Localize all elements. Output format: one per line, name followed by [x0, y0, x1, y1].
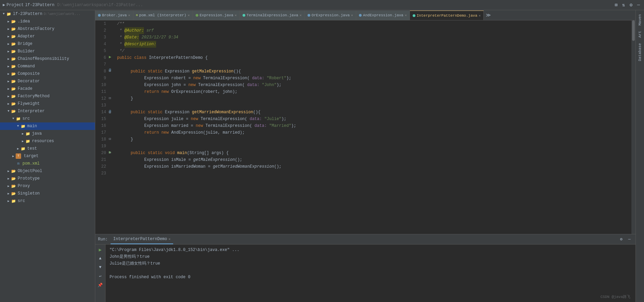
- run-label: Run:: [98, 237, 108, 242]
- or-expr-11: OrExpression(robert, john);: [171, 88, 237, 95]
- sidebar-item-proxy[interactable]: ▶ 📂 Proxy: [0, 182, 95, 190]
- right-tab-art[interactable]: Art: [637, 28, 643, 40]
- sidebar-item-target[interactable]: ▶ T target: [0, 152, 95, 160]
- gutter-bookmark-12: ◻: [109, 96, 111, 100]
- right-tab-database[interactable]: Database: [637, 40, 643, 64]
- tab-and-expression[interactable]: AndExpression.java ✕: [356, 11, 410, 20]
- src-icon: 📁: [16, 116, 21, 121]
- sidebar-item-composite[interactable]: ▶ 📂 Composite: [0, 70, 95, 78]
- pom-icon: m: [16, 161, 21, 166]
- run-output-line-1: "C:\Program Files\Java\jdk1.8.0_152\bin\…: [110, 247, 631, 253]
- str-married: "Married": [267, 122, 291, 129]
- gutter-arrow-6[interactable]: ▶: [109, 54, 111, 60]
- comment-3: *: [117, 34, 125, 41]
- project-label[interactable]: Project: [6, 3, 23, 7]
- sidebar-item-objectpool[interactable]: ▶ 📂 ObjectPool: [0, 167, 95, 175]
- semi-10: );: [277, 82, 281, 88]
- tab-or-expression[interactable]: OrExpression.java ✕: [305, 11, 356, 20]
- tab-interpreter-demo[interactable]: InterpreterPatternDemo.java ✕: [410, 11, 484, 20]
- expression-close[interactable]: ✕: [235, 13, 237, 17]
- sidebar-item-test[interactable]: ▶ 📁 test: [0, 145, 95, 152]
- sidebar-item-abstractfactory[interactable]: ▶ 📂 AbstractFactory: [0, 25, 95, 33]
- kw-public-14: public: [131, 109, 148, 116]
- type-22: Expression: [144, 163, 171, 170]
- sidebar-item-idea[interactable]: ▶ 📂 .idea: [0, 18, 95, 25]
- src-root-label: src: [18, 199, 25, 203]
- run-output: "C:\Program Files\Java\jdk1.8.0_152\bin\…: [105, 245, 635, 302]
- bridge-label: Bridge: [18, 41, 32, 46]
- sidebar-item-facade[interactable]: ▶ 📂 Facade: [0, 85, 95, 93]
- run-tab-close[interactable]: ✕: [168, 237, 170, 241]
- composite-arrow: ▶: [6, 71, 11, 76]
- tabs-overflow[interactable]: ≫: [484, 12, 493, 18]
- eq-9: =: [188, 75, 193, 82]
- tab-pom-interpreter-label: pom.xml (Interpreter): [139, 13, 186, 17]
- sidebar-item-resources[interactable]: ▶ 📁 resources: [0, 137, 95, 145]
- kw-class-6: class: [134, 54, 149, 61]
- run-minimize-icon[interactable]: ─: [626, 236, 633, 243]
- broker-close[interactable]: ✕: [128, 13, 130, 17]
- scroll-thumb[interactable]: [632, 20, 635, 41]
- run-settings-icon[interactable]: ⚙: [618, 236, 625, 243]
- sidebar-item-decorator[interactable]: ▶ 📂 Decorator: [0, 78, 95, 85]
- sidebar: ▼ 📁 lf-23Pattern D:\wenjian\work... ▶ 📂 …: [0, 10, 95, 302]
- singleton-arrow: ▶: [6, 191, 11, 196]
- run-down-button[interactable]: ▼: [97, 264, 104, 271]
- tab-broker[interactable]: Broker.java ✕: [95, 11, 133, 20]
- sidebar-item-singleton[interactable]: ▶ 📂 Singleton: [0, 190, 95, 197]
- sidebar-item-chain[interactable]: ▶ 📂 ChainofResponsibility: [0, 55, 95, 63]
- editor-scrollbar[interactable]: [631, 20, 635, 234]
- minimize-icon[interactable]: ─: [636, 2, 641, 8]
- sidebar-item-factorymethod[interactable]: ▶ 📂 FactoryMethod: [0, 93, 95, 100]
- sidebar-item-flyweight[interactable]: ▶ 📂 Flyweight: [0, 100, 95, 107]
- target-label: target: [24, 154, 38, 158]
- right-tab-maven[interactable]: Maven: [637, 12, 643, 28]
- sidebar-item-java[interactable]: ▶ 📁 java: [0, 130, 95, 137]
- date-val: 2023/12/27 9:34: [139, 34, 178, 41]
- tab-expression[interactable]: Expression.java ✕: [193, 11, 240, 20]
- type-21: Expression: [144, 156, 171, 163]
- sidebar-item-src[interactable]: ▼ 📁 src: [0, 115, 95, 122]
- sidebar-item-main[interactable]: ▼ 📁 main: [0, 122, 95, 130]
- fn-getmarried: getMarriedWomanExpression: [192, 109, 253, 116]
- run-pin-button[interactable]: 📌: [97, 281, 104, 289]
- tree-root[interactable]: ▼ 📁 lf-23Pattern D:\wenjian\work...: [0, 10, 95, 18]
- sidebar-item-prototype[interactable]: ▶ 📂 Prototype: [0, 175, 95, 182]
- pom-interpreter-close[interactable]: ✕: [188, 13, 190, 17]
- run-up-button[interactable]: ▲: [97, 255, 104, 262]
- sidebar-item-bridge[interactable]: ▶ 📂 Bridge: [0, 40, 95, 48]
- tab-pom-interpreter[interactable]: m pom.xml (Interpreter) ✕: [133, 11, 193, 20]
- tab-terminal-expression[interactable]: TerminalExpression.java ✕: [240, 11, 305, 20]
- target-icon: T: [16, 153, 21, 159]
- type-expression-14: Expression: [165, 109, 192, 116]
- tab-expression-label: Expression.java: [200, 13, 233, 17]
- demo-close[interactable]: ✕: [479, 14, 481, 18]
- sidebar-item-adapter[interactable]: ▶ 📂 Adapter: [0, 33, 95, 40]
- comment-1: /**: [117, 20, 125, 27]
- param-data-16: data:: [252, 122, 267, 129]
- sidebar-item-src-root[interactable]: ▶ 📁 src: [0, 197, 95, 205]
- code-line-20: public static void main(String[] args) {: [116, 150, 631, 156]
- run-play-button[interactable]: ▶: [97, 246, 104, 253]
- run-output-line-4: [110, 267, 631, 274]
- gutter: ▶ ◻ @ ◻ @ ◻ ◻ ▶ ◻: [109, 20, 116, 234]
- semi-21: ();: [235, 156, 242, 163]
- and-close[interactable]: ✕: [405, 13, 407, 17]
- var-married: married: [171, 122, 191, 129]
- or-close[interactable]: ✕: [351, 13, 353, 17]
- sync-icon[interactable]: ⇅: [621, 2, 626, 8]
- sidebar-item-pom[interactable]: ▶ m pom.xml: [0, 160, 95, 167]
- run-tab-demo[interactable]: InterpreterPatternDemo ✕: [111, 235, 173, 244]
- layout-icon[interactable]: ⊞: [613, 2, 619, 8]
- run-wrap-button[interactable]: ↩: [97, 272, 104, 280]
- kw-static-8: static: [148, 68, 165, 75]
- sidebar-item-interpreter[interactable]: ▼ 📂 Interpreter: [0, 107, 95, 115]
- terminal-close[interactable]: ✕: [300, 13, 302, 17]
- close-brace-12: }: [131, 95, 133, 102]
- semi-22: ();: [274, 163, 282, 170]
- sidebar-item-builder[interactable]: ▶ 📂 Builder: [0, 48, 95, 55]
- flyweight-label: Flyweight: [18, 101, 40, 106]
- sidebar-item-command[interactable]: ▶ 📂 Command: [0, 63, 95, 70]
- settings-icon[interactable]: ⚙: [628, 2, 634, 8]
- chain-icon: 📂: [11, 56, 16, 62]
